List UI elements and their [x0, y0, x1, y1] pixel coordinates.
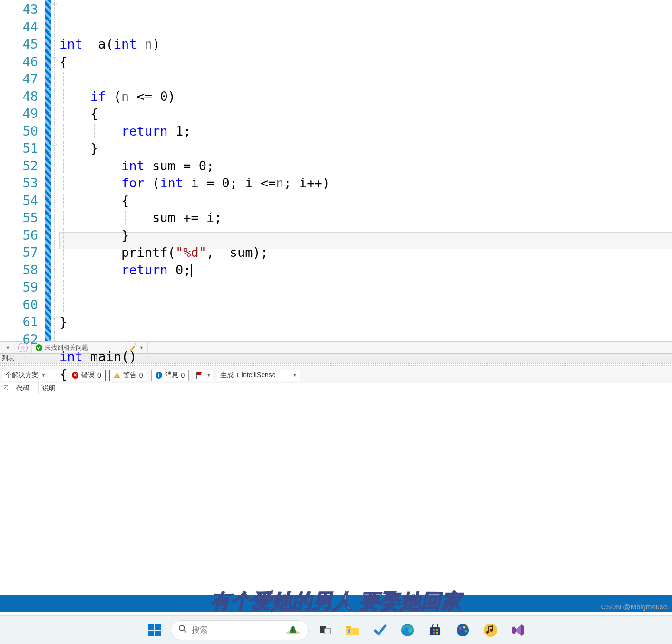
start-button[interactable] — [143, 619, 166, 642]
fold-toggle-icon[interactable]: ﹀ — [52, 2, 58, 8]
svg-rect-6 — [155, 631, 161, 636]
svg-rect-19 — [433, 632, 435, 634]
taskbar-search[interactable]: 搜索 — [171, 620, 309, 640]
svg-point-23 — [463, 626, 465, 628]
task-view-button[interactable] — [313, 619, 336, 642]
folder-icon — [345, 623, 360, 637]
windows-logo-icon — [147, 623, 162, 638]
visual-studio-button[interactable] — [506, 619, 529, 642]
svg-rect-13 — [346, 626, 351, 628]
fold-gutter[interactable]: ﹀ ﹀ ﹀ ﹀ — [51, 0, 59, 341]
music-icon — [483, 623, 497, 637]
svg-rect-12 — [324, 628, 330, 634]
svg-rect-18 — [436, 629, 438, 631]
svg-rect-17 — [433, 629, 435, 631]
modification-stripe — [45, 0, 51, 341]
code-editor[interactable]: 43 44 45 46 47 48 49 50 51 52 53 54 55 5… — [0, 0, 672, 341]
svg-rect-14 — [348, 629, 350, 633]
code-content[interactable]: int a(int n) { ┊ ┊ if (n <= 0) ┊ { ┊ ┊ r… — [59, 0, 672, 341]
svg-rect-10 — [292, 627, 293, 632]
svg-rect-20 — [436, 632, 438, 634]
svg-point-7 — [179, 625, 184, 631]
task-view-icon — [318, 623, 332, 637]
search-art-icon — [285, 622, 301, 638]
app1-button[interactable] — [451, 619, 474, 642]
svg-rect-16 — [430, 627, 440, 635]
file-explorer-button[interactable] — [341, 619, 364, 642]
check-icon — [36, 344, 42, 351]
search-placeholder: 搜索 — [192, 624, 208, 635]
store-button[interactable] — [424, 619, 447, 642]
svg-rect-3 — [148, 624, 154, 630]
col-code[interactable]: 代码 — [12, 383, 39, 394]
windows-taskbar[interactable]: 搜索 — [0, 615, 672, 644]
svg-point-24 — [464, 630, 467, 632]
edge-icon — [400, 623, 415, 637]
col-icon[interactable]: 刁 — [0, 383, 12, 394]
store-icon — [428, 623, 442, 637]
fold-toggle-icon[interactable]: ﹀ — [52, 143, 58, 148]
watermark: CSDN @Mbigmouse — [601, 603, 667, 611]
fold-toggle-icon[interactable]: ﹀ — [52, 55, 58, 61]
solution-scope-dropdown[interactable]: 个解决方案 ▼ — [2, 370, 64, 381]
fold-toggle-icon[interactable]: ﹀ — [52, 316, 58, 322]
subtitle-overlay: 有个爱她的男人 要娶她回家 — [0, 588, 672, 615]
music-app-button[interactable] — [479, 619, 502, 642]
edge-button[interactable] — [396, 619, 419, 642]
search-icon — [178, 624, 187, 635]
svg-rect-4 — [155, 624, 161, 630]
vs-icon — [511, 623, 525, 637]
todo-app-button[interactable] — [369, 619, 391, 642]
svg-line-8 — [184, 630, 186, 633]
svg-rect-5 — [148, 631, 154, 636]
check-icon — [373, 623, 387, 637]
svg-point-22 — [459, 627, 461, 629]
svg-point-21 — [457, 624, 469, 636]
palette-icon — [456, 623, 470, 637]
line-number-gutter: 43 44 45 46 47 48 49 50 51 52 53 54 55 5… — [0, 0, 45, 341]
